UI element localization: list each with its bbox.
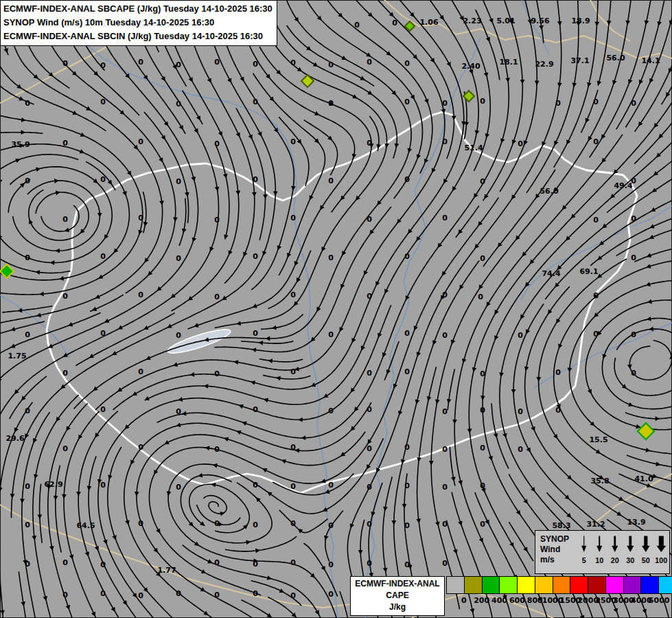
station-value-zero: 0 — [100, 252, 106, 261]
title-line-wind: SYNOP Wind (m/s) 10m Tuesday 14-10-2025 … — [3, 16, 273, 30]
station-value-zero: 0 — [480, 520, 485, 529]
station-value-zero: 0 — [404, 481, 410, 490]
station-value-zero: 0 — [253, 520, 258, 529]
station-value-zero: 0 — [367, 139, 372, 148]
station-value-zero: 0 — [631, 369, 636, 378]
station-value: 1.77 — [157, 566, 176, 575]
station-value-zero: 0 — [442, 137, 448, 146]
wind-legend-units: m/s — [540, 555, 575, 565]
station-value-zero: 0 — [62, 591, 68, 599]
station-value-zero: 0 — [328, 99, 334, 108]
cape-tick-label: 600 — [509, 596, 525, 605]
station-value: 22.9 — [535, 60, 553, 69]
cape-tick-label: 6000 — [649, 596, 670, 605]
station-value-zero: 0 — [253, 60, 258, 69]
station-value: 2.40 — [461, 62, 480, 71]
station-value-zero: 0 — [367, 559, 372, 568]
station-value-zero: 0 — [555, 99, 561, 108]
station-value-zero: 0 — [367, 483, 372, 492]
station-value-zero: 0 — [290, 482, 296, 491]
cape-station-marker — [638, 423, 654, 439]
station-value-zero: 0 — [176, 407, 181, 416]
title-line-sbcin: ECMWF-INDEX-ANAL SBCIN (J/kg) Tuesday 14… — [3, 30, 273, 43]
station-value-zero: 0 — [62, 292, 68, 301]
cape-color-swatch — [658, 576, 672, 594]
station-value-zero: 0 — [404, 521, 410, 530]
station-value-zero: 0 — [253, 481, 258, 490]
station-value-zero: 0 — [442, 445, 448, 454]
wind-speed-label: 20 — [611, 556, 619, 564]
station-value-zero: 0 — [290, 591, 296, 600]
station-value-zero: 0 — [100, 481, 106, 490]
station-value-zero: 0 — [404, 367, 410, 376]
station-value-zero: 0 — [138, 214, 143, 222]
station-value-zero: 0 — [290, 290, 296, 299]
cape-station-marker — [301, 75, 314, 87]
station-value: 69.1 — [579, 267, 598, 276]
station-value-zero: 0 — [25, 560, 30, 569]
station-value-zero: 0 — [392, 19, 397, 27]
station-value-zero: 0 — [442, 331, 448, 340]
station-value-zero: 0 — [62, 215, 68, 224]
station-value-zero: 0 — [253, 175, 258, 184]
station-value-zero: 0 — [354, 21, 360, 30]
station-value-zero: 0 — [442, 559, 448, 568]
station-value-zero: 0 — [214, 58, 220, 67]
station-value-zero: 0 — [328, 60, 334, 69]
station-value-zero: 0 — [593, 98, 599, 106]
station-value-zero: 0 — [214, 591, 220, 599]
station-value-zero: 0 — [631, 330, 636, 339]
wind-legend-title: SYNOP — [540, 534, 575, 545]
station-value-zero: 0 — [62, 59, 68, 68]
station-value-zero: 0 — [253, 405, 258, 414]
station-value-zero: 0 — [367, 520, 372, 529]
station-value-zero: 0 — [518, 139, 523, 148]
station-value: 49.4 — [614, 181, 632, 190]
colorbar-ticks: 0200400600800100015002000250030004000600… — [446, 594, 672, 608]
station-value-zero: 0 — [404, 175, 410, 184]
station-value-zero: 0 — [214, 293, 220, 301]
station-value-zero: 0 — [25, 520, 30, 529]
station-value: 56.0 — [606, 54, 625, 62]
wind-speed-label: 5 — [582, 556, 586, 564]
wind-arrowhead-icon — [596, 546, 602, 552]
cape-color-swatch — [553, 576, 571, 594]
station-value-zero: 0 — [138, 443, 143, 452]
station-value-zero: 0 — [62, 558, 68, 567]
weather-map: 0000000000000000000000000000000000000000… — [0, 0, 672, 618]
station-value-zero: 0 — [404, 252, 410, 261]
station-value-zero: 0 — [442, 483, 448, 492]
station-value-zero: 0 — [25, 253, 30, 262]
station-value-zero: 0 — [25, 482, 30, 491]
wind-speed-label: 50 — [642, 556, 650, 564]
cape-color-swatch — [464, 576, 483, 594]
station-value-zero: 0 — [367, 405, 372, 414]
wind-speed-label: 10 — [595, 556, 603, 564]
station-value-zero: 0 — [404, 98, 410, 106]
station-value-zero: 0 — [328, 407, 334, 415]
station-value-zero: 0 — [25, 99, 30, 108]
station-value-zero: 0 — [176, 100, 181, 108]
station-value-zero: 0 — [290, 367, 296, 376]
station-value-zero: 0 — [176, 483, 181, 492]
station-value: 5.01 — [496, 16, 515, 25]
station-value-zero: 0 — [100, 329, 106, 338]
station-value: 41.0 — [634, 474, 653, 483]
station-value-zero: 0 — [480, 177, 485, 186]
station-value-zero: 0 — [593, 137, 599, 146]
station-value: 31.2 — [586, 520, 605, 529]
station-value-zero: 0 — [442, 290, 448, 299]
colorbar-parameter: CAPE — [351, 590, 444, 602]
station-value: 1.06 — [419, 18, 438, 27]
station-value: 62.9 — [44, 480, 62, 489]
station-value-zero: 0 — [100, 98, 106, 106]
station-value-zero: 0 — [100, 560, 106, 569]
station-value-zero: 0 — [328, 560, 334, 569]
station-value: 35.9 — [11, 140, 30, 149]
station-value-zero: 0 — [25, 176, 30, 185]
station-value-zero: 0 — [480, 254, 485, 263]
colorbar-title: ECMWF-INDEX-ANAL — [351, 578, 444, 590]
station-value-zero: 0 — [214, 445, 220, 454]
cape-color-swatch — [640, 576, 659, 594]
wind-speed-label: 30 — [626, 556, 634, 564]
